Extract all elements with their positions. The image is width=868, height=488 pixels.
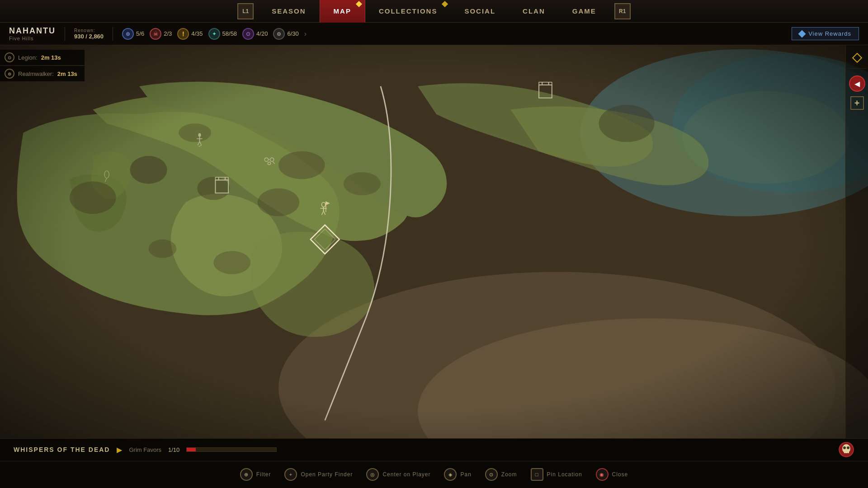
- quest-bar: WHISPERS OF THE DEAD ▶ Grim Favors 1/10: [0, 439, 868, 461]
- renown-block: Renown: 930 / 2,860: [74, 28, 104, 40]
- controls-bar: ⊕ Filter + Open Party Finder ◎ Center on…: [0, 461, 868, 488]
- stat-group: ⊕ 5/6 ☠ 2/3 ! 4/35 ✦ 58/58 ⊙ 4/20 ⊚ 6/30…: [122, 28, 307, 40]
- nav-clan[interactable]: CLAN: [509, 0, 559, 23]
- stat-item-dungeons: ⊕ 5/6: [122, 28, 144, 40]
- location-subname: Five Hills: [9, 36, 56, 41]
- zoom-control[interactable]: ⊙ Zoom: [485, 468, 517, 481]
- dungeon-icon: ⊕: [122, 28, 134, 40]
- divider: [65, 27, 65, 41]
- quest-progress-fill: [187, 448, 196, 451]
- renown-value: 930 / 2,860: [74, 33, 104, 40]
- collections-diamond-icon: [442, 0, 448, 7]
- close-icon: ◉: [596, 468, 609, 481]
- renown-label: Renown:: [74, 28, 95, 33]
- r1-trigger[interactable]: R1: [614, 3, 631, 19]
- right-controls-panel: ◀ +: [845, 45, 868, 438]
- nav-season[interactable]: SEASON: [258, 0, 319, 23]
- map-svg: [0, 45, 868, 438]
- nav-social[interactable]: SOCIAL: [451, 0, 509, 23]
- location-bar: NAHANTU Five Hills Renown: 930 / 2,860 ⊕…: [0, 23, 868, 45]
- zoom-in-button[interactable]: +: [850, 96, 864, 110]
- svg-rect-46: [0, 45, 868, 438]
- quest-progress-text: 1/10: [168, 446, 179, 453]
- party-finder-label: Open Party Finder: [301, 471, 353, 478]
- timer-panel: ⊙ Legion: 2m 13s ⊚ Realmwalker: 2m 13s: [0, 50, 85, 81]
- nav-map[interactable]: MAP: [320, 0, 365, 23]
- quest-icon-stat: !: [177, 28, 189, 40]
- quest-skull-icon: [838, 441, 854, 458]
- cellar-icon: ✦: [208, 28, 220, 40]
- pan-control[interactable]: ◈ Pan: [444, 468, 471, 481]
- filter-control[interactable]: ⊕ Filter: [240, 468, 271, 481]
- rewards-diamond-icon: [798, 30, 806, 38]
- quest-subtitle: Grim Favors: [129, 446, 161, 453]
- zoom-label: Zoom: [501, 471, 517, 478]
- nav-collections[interactable]: COLLECTIONS: [365, 0, 451, 23]
- stat-item-side: ⊚ 6/30: [273, 28, 298, 40]
- stat-item-cellars: ✦ 58/58: [208, 28, 237, 40]
- kill-icon: ☠: [150, 28, 161, 40]
- view-rewards-button[interactable]: View Rewards: [792, 27, 859, 40]
- realmwalker-label: Realmwalker:: [18, 70, 54, 77]
- svg-rect-53: [848, 451, 849, 453]
- nav-game[interactable]: GAME: [559, 0, 610, 23]
- pan-label: Pan: [460, 471, 471, 478]
- svg-rect-51: [844, 451, 845, 453]
- filter-label: Filter: [256, 471, 271, 478]
- zoom-icon: ⊙: [485, 468, 498, 481]
- close-label: Close: [612, 471, 628, 478]
- waypoint-icon: ⊙: [242, 28, 254, 40]
- party-finder-control[interactable]: + Open Party Finder: [284, 468, 353, 481]
- stat-item-kill: ☠ 2/3: [150, 28, 172, 40]
- quest-progress-bar: [186, 447, 277, 452]
- stat-item-waypoints: ⊙ 4/20: [242, 28, 268, 40]
- filter-icon: ⊕: [240, 468, 253, 481]
- divider2: [113, 27, 113, 41]
- location-name: NAHANTU: [9, 26, 56, 36]
- side-icon: ⊚: [273, 28, 285, 40]
- timer-legion: ⊙ Legion: 2m 13s: [0, 50, 85, 65]
- center-player-control[interactable]: ◎ Center on Player: [366, 468, 430, 481]
- pin-location-icon: □: [531, 468, 543, 481]
- minimap-diamond-icon[interactable]: [852, 53, 862, 63]
- l1-trigger[interactable]: L1: [237, 3, 254, 19]
- center-player-icon: ◎: [366, 468, 379, 481]
- map-container[interactable]: [0, 45, 868, 438]
- realmwalker-value: 2m 13s: [57, 70, 77, 77]
- top-navigation: L1 SEASON MAP COLLECTIONS SOCIAL CLAN GA…: [0, 0, 868, 23]
- close-control[interactable]: ◉ Close: [596, 468, 628, 481]
- legion-label: Legion:: [18, 54, 38, 61]
- map-diamond-icon: [356, 0, 362, 7]
- center-player-label: Center on Player: [382, 471, 430, 478]
- party-finder-icon: +: [284, 468, 297, 481]
- pin-location-control[interactable]: □ Pin Location: [531, 468, 582, 481]
- bottom-bar: WHISPERS OF THE DEAD ▶ Grim Favors 1/10 …: [0, 438, 868, 488]
- legion-icon: ⊙: [5, 52, 14, 62]
- navigate-back-button[interactable]: ◀: [849, 75, 865, 92]
- realmwalker-icon: ⊚: [5, 69, 14, 79]
- quest-title: WHISPERS OF THE DEAD: [14, 446, 110, 453]
- timer-realmwalker: ⊚ Realmwalker: 2m 13s: [0, 66, 85, 81]
- stat-item-quests: ! 4/35: [177, 28, 203, 40]
- stat-arrow[interactable]: ›: [304, 30, 307, 38]
- svg-point-50: [847, 446, 849, 449]
- pan-icon: ◈: [444, 468, 457, 481]
- pin-location-label: Pin Location: [547, 471, 582, 478]
- legion-value: 2m 13s: [41, 54, 61, 61]
- quest-arrow-icon: ▶: [117, 446, 122, 454]
- svg-point-49: [843, 446, 846, 449]
- svg-rect-52: [846, 451, 847, 453]
